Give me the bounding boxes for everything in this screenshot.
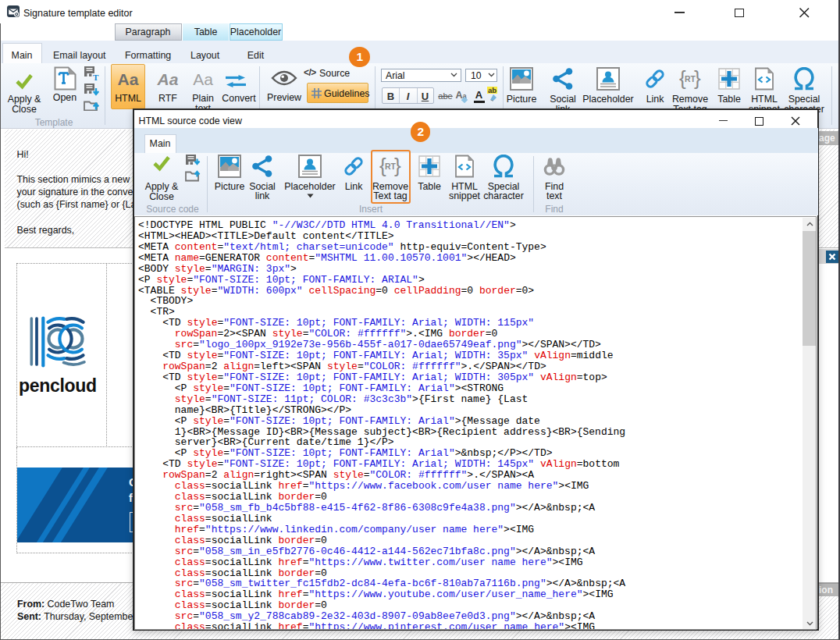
svg-text:T: T <box>93 73 99 82</box>
svg-text:RT: RT <box>685 74 696 84</box>
